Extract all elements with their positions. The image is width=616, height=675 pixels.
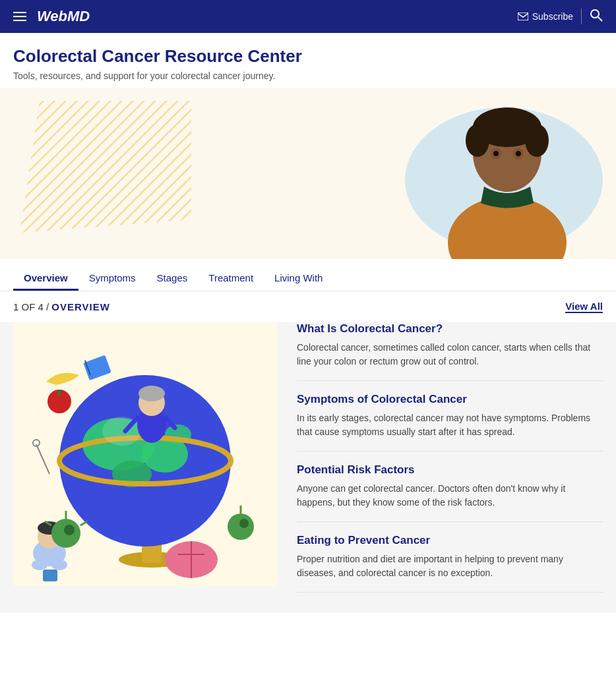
view-all-link[interactable]: View All	[565, 301, 603, 313]
article-desc: Proper nutrition and diet are important …	[297, 552, 603, 580]
header-divider	[581, 9, 582, 24]
svg-point-9	[466, 124, 489, 157]
svg-point-46	[239, 519, 249, 528]
page-title: Colorectal Cancer Resource Center	[13, 46, 603, 67]
article-desc: In its early stages, colorectal cancer m…	[297, 411, 603, 439]
tab-living-with[interactable]: Living With	[264, 267, 333, 291]
svg-point-14	[516, 151, 521, 156]
header-left: WebMD	[13, 8, 90, 25]
tab-overview[interactable]: Overview	[13, 267, 78, 291]
section-nav: Overview Symptoms Stages Treatment Livin…	[0, 259, 616, 291]
article-title[interactable]: What Is Colorectal Cancer?	[297, 322, 603, 336]
svg-point-13	[493, 151, 499, 156]
article-desc: Colorectal cancer, sometimes called colo…	[297, 341, 603, 368]
header-right: Subscribe	[518, 9, 603, 25]
svg-point-27	[139, 386, 165, 401]
article-title[interactable]: Symptoms of Colorectal Cancer	[297, 393, 603, 406]
svg-line-2	[598, 17, 602, 21]
menu-button[interactable]	[13, 12, 26, 21]
tab-treatment[interactable]: Treatment	[198, 267, 264, 291]
overview-header: 1 OF 4 / OVERVIEW View All	[0, 291, 616, 322]
site-header: WebMD Subscribe	[0, 0, 616, 33]
svg-point-45	[228, 514, 254, 540]
overview-count: 1 OF 4 / OVERVIEW	[13, 301, 110, 312]
globe-illustration	[13, 322, 277, 586]
svg-point-1	[591, 10, 599, 18]
hero-banner	[0, 88, 616, 259]
hero-person-image	[438, 91, 576, 259]
subscribe-button[interactable]: Subscribe	[518, 11, 573, 22]
tab-symptoms[interactable]: Symptoms	[78, 267, 146, 291]
search-button[interactable]	[590, 9, 603, 25]
content-section: What Is Colorectal Cancer? Colorectal ca…	[0, 322, 616, 612]
illustration-box	[13, 322, 277, 586]
page-title-section: Colorectal Cancer Resource Center Tools,…	[0, 33, 616, 88]
svg-rect-0	[518, 13, 528, 20]
article-desc: Anyone can get colorectal cancer. Doctor…	[297, 482, 603, 510]
article-item: Eating to Prevent Cancer Proper nutritio…	[297, 522, 603, 593]
search-icon	[590, 9, 603, 22]
mail-icon	[518, 13, 528, 20]
svg-point-33	[40, 535, 50, 545]
article-item: What Is Colorectal Cancer? Colorectal ca…	[297, 322, 603, 381]
svg-point-35	[32, 560, 47, 570]
svg-rect-39	[58, 390, 61, 396]
article-item: Symptoms of Colorectal Cancer In its ear…	[297, 381, 603, 452]
webmd-logo: WebMD	[37, 8, 90, 25]
svg-rect-37	[43, 570, 57, 581]
tab-stages[interactable]: Stages	[146, 267, 199, 291]
svg-point-41	[64, 525, 75, 535]
svg-point-10	[525, 124, 549, 157]
articles-list: What Is Colorectal Cancer? Colorectal ca…	[297, 322, 603, 593]
article-title[interactable]: Potential Risk Factors	[297, 463, 603, 477]
svg-marker-4	[20, 101, 191, 233]
article-title[interactable]: Eating to Prevent Cancer	[297, 534, 603, 547]
article-item: Potential Risk Factors Anyone can get co…	[297, 452, 603, 522]
hero-decoration	[20, 101, 191, 233]
page-subtitle: Tools, resources, and support for your c…	[13, 71, 603, 81]
svg-point-36	[51, 560, 67, 570]
